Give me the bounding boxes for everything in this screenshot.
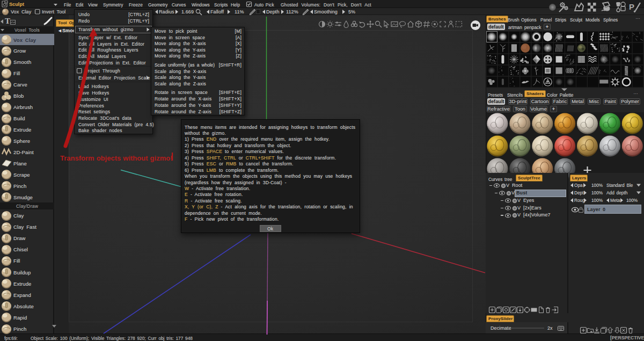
svg-text:P: P xyxy=(629,2,634,11)
